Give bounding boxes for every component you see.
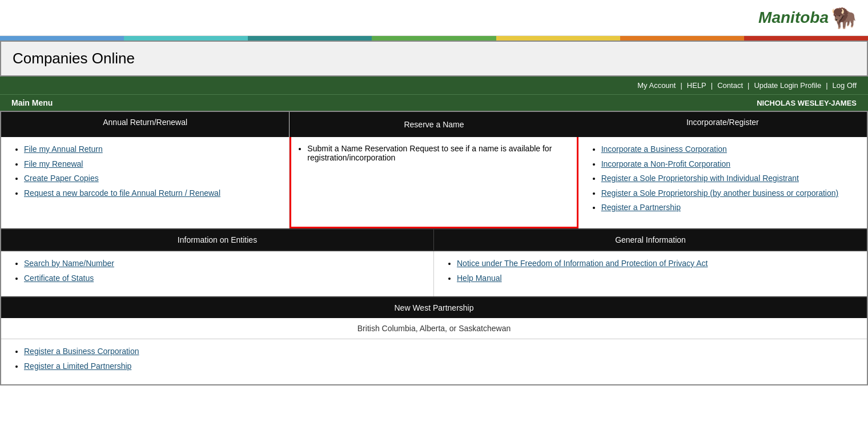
list-item: Search by Name/Number (24, 258, 424, 270)
user-bar: Main Menu NICHOLAS WESLEY-JAMES (0, 94, 868, 111)
annual-return-body: File my Annual Return File my Renewal Cr… (1, 137, 290, 228)
list-item: Request a new barcode to file Annual Ret… (24, 188, 280, 199)
top-bar: Manitoba 🦬 (0, 0, 868, 36)
register-sole-prop-business-link[interactable]: Register a Sole Proprietorship (by anoth… (601, 188, 839, 198)
list-item: Help Manual (457, 273, 858, 284)
reserve-name-body: Submit a Name Reservation Request to see… (294, 137, 574, 217)
register-partnership-link[interactable]: Register a Partnership (601, 203, 681, 212)
list-item: Incorporate a Business Corporation (601, 144, 858, 155)
incorporate-register-body: Incorporate a Business Corporation Incor… (578, 137, 867, 228)
bison-icon: 🦬 (831, 6, 857, 30)
nav-log-off[interactable]: Log Off (833, 81, 857, 90)
stripe-blue (0, 36, 124, 41)
info-entities-body: Search by Name/Number Certificate of Sta… (1, 251, 434, 296)
list-item: Submit a Name Reservation Request to see… (307, 144, 565, 162)
file-annual-return-link[interactable]: File my Annual Return (24, 144, 103, 154)
file-renewal-link[interactable]: File my Renewal (24, 159, 83, 168)
list-item: Incorporate a Non-Profit Corporation (601, 159, 858, 170)
nwp-subtitle: British Columbia, Alberta, or Saskatchew… (1, 318, 867, 339)
manitoba-logo: Manitoba 🦬 (758, 6, 857, 30)
page-title: Companies Online (0, 41, 868, 77)
list-item: Register a Business Corporation (24, 346, 858, 357)
nwp-links: Register a Business Corporation Register… (15, 346, 858, 372)
register-sole-prop-individual-link[interactable]: Register a Sole Proprietorship with Indi… (601, 174, 799, 183)
general-info-links: Notice under The Freedom of Information … (448, 258, 858, 284)
nav-my-account[interactable]: My Account (637, 81, 676, 90)
list-item: File my Annual Return (24, 144, 280, 155)
color-stripe (0, 36, 868, 41)
reserve-name-header: Reserve a Name (292, 114, 576, 135)
nav-bar: My Account | HELP | Contact | Update Log… (0, 77, 868, 94)
incorporate-business-corp-link[interactable]: Incorporate a Business Corporation (601, 144, 727, 154)
list-item: Register a Sole Proprietorship (by anoth… (601, 188, 858, 199)
reserve-name-links: Submit a Name Reservation Request to see… (307, 144, 565, 162)
stripe-cyan (124, 36, 248, 41)
nwp-body: Register a Business Corporation Register… (1, 339, 867, 384)
annual-return-header: Annual Return/Renewal (1, 112, 290, 137)
nav-contact[interactable]: Contact (717, 81, 743, 90)
three-col-headers: Annual Return/Renewal Reserve a Name Inc… (1, 112, 867, 137)
general-info-header: General Information (434, 230, 867, 250)
info-entities-links: Search by Name/Number Certificate of Sta… (15, 258, 424, 284)
nav-update-login[interactable]: Update Login Profile (754, 81, 821, 90)
stripe-green (372, 36, 496, 41)
logo-text: Manitoba (758, 9, 829, 27)
list-item: Register a Limited Partnership (24, 361, 858, 372)
stripe-orange (620, 36, 744, 41)
certificate-status-link[interactable]: Certificate of Status (24, 274, 94, 283)
register-limited-partnership-nwp-link[interactable]: Register a Limited Partnership (24, 361, 131, 371)
list-item: Create Paper Copies (24, 173, 280, 184)
submit-name-reservation-link[interactable]: Submit a Name Reservation Request to see… (307, 144, 552, 162)
incorporate-register-header: Incorporate/Register (578, 112, 867, 137)
list-item: Certificate of Status (24, 273, 424, 284)
list-item: Register a Sole Proprietorship with Indi… (601, 173, 858, 184)
main-content: Annual Return/Renewal Reserve a Name Inc… (0, 111, 868, 385)
main-menu-label: Main Menu (11, 98, 53, 107)
info-entities-header: Information on Entities (1, 230, 434, 250)
help-manual-link[interactable]: Help Manual (457, 274, 502, 283)
username-display: NICHOLAS WESLEY-JAMES (757, 99, 857, 107)
stripe-teal (248, 36, 372, 41)
stripe-yellow (496, 36, 620, 41)
three-col-bodies: File my Annual Return File my Renewal Cr… (1, 137, 867, 230)
nwp-header: New West Partnership (1, 298, 867, 318)
general-info-body: Notice under The Freedom of Information … (434, 251, 867, 296)
request-barcode-link[interactable]: Request a new barcode to file Annual Ret… (24, 188, 220, 198)
list-item: Notice under The Freedom of Information … (457, 258, 858, 270)
search-name-number-link[interactable]: Search by Name/Number (24, 259, 114, 268)
info-general-section: Information on Entities General Informat… (1, 230, 867, 251)
reserve-name-header-wrapper: Reserve a Name (290, 112, 578, 137)
reserve-name-body-wrapper: Submit a Name Reservation Request to see… (290, 137, 578, 228)
freedom-info-link[interactable]: Notice under The Freedom of Information … (457, 259, 708, 268)
incorporate-register-links: Incorporate a Business Corporation Incor… (592, 144, 858, 214)
stripe-red (744, 36, 868, 41)
list-item: File my Renewal (24, 159, 280, 170)
list-item: Register a Partnership (601, 202, 858, 214)
incorporate-non-profit-link[interactable]: Incorporate a Non-Profit Corporation (601, 159, 730, 168)
info-general-bodies: Search by Name/Number Certificate of Sta… (1, 251, 867, 298)
register-business-corp-nwp-link[interactable]: Register a Business Corporation (24, 347, 139, 356)
create-paper-copies-link[interactable]: Create Paper Copies (24, 174, 99, 183)
nav-help[interactable]: HELP (687, 81, 706, 90)
annual-return-links: File my Annual Return File my Renewal Cr… (15, 144, 280, 199)
